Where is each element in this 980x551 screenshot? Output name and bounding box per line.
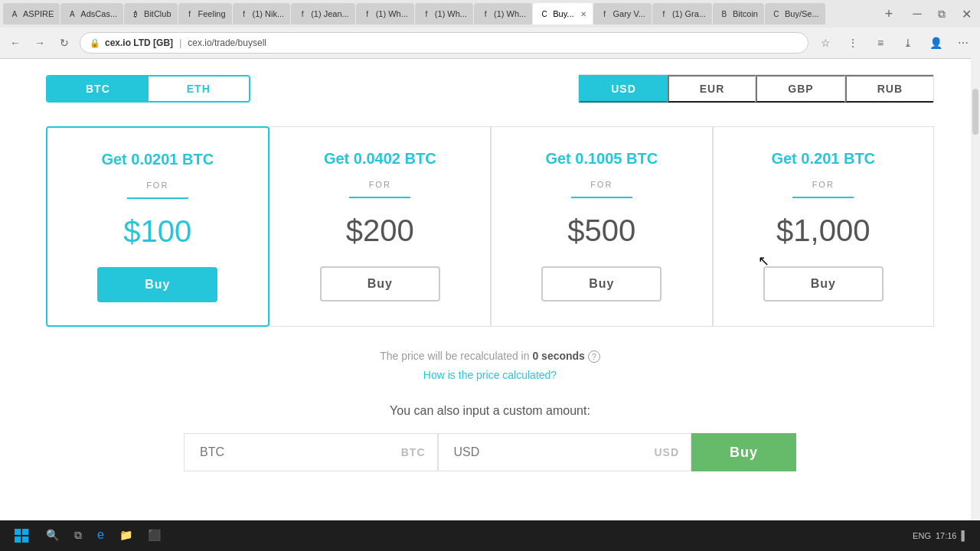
tab-favicon-garyv: f [599, 8, 610, 19]
help-icon[interactable]: ? [588, 350, 600, 363]
price-card-0: Get 0.0201 BTC FOR $100 Buy [46, 126, 270, 327]
fiat-tab-eur[interactable]: EUR [668, 75, 756, 103]
tab-buyse[interactable]: CBuy/Se... [765, 3, 825, 24]
buy-button-2[interactable]: Buy [541, 266, 662, 302]
card-divider-1 [349, 197, 410, 198]
taskbar-explorer-icon[interactable]: 📁 [113, 523, 139, 549]
menu-button[interactable]: ≡ [870, 32, 891, 54]
crypto-tab-btc[interactable]: BTC [47, 77, 149, 101]
btc-input[interactable] [184, 433, 438, 471]
recalc-seconds: 0 seconds [532, 350, 584, 362]
card-get-amount-2: Get 0.1005 BTC [507, 150, 697, 168]
custom-inputs: BTC USD Buy [184, 433, 796, 471]
more-button[interactable]: ⋯ [952, 32, 974, 54]
card-for-label-0: FOR [63, 181, 253, 190]
custom-section: You can also input a custom amount: BTC … [46, 404, 934, 471]
new-tab-button[interactable]: + [878, 3, 900, 24]
tab-label-aspire: ASPIRE [23, 9, 54, 18]
close-button[interactable]: ✕ [956, 3, 977, 24]
tab-favicon-bitcoin: B [719, 8, 730, 19]
tab-favicon-wh3: f [480, 8, 491, 19]
windows-logo-icon [14, 528, 29, 543]
tab-label-adscash: AdsCas... [80, 9, 117, 18]
tab-favicon-buy-btc: C [539, 8, 550, 19]
buy-button-1[interactable]: Buy [320, 266, 440, 302]
tab-feeling[interactable]: fFeeling [178, 3, 232, 24]
taskbar-eng: ENG [913, 531, 931, 540]
buy-button-0[interactable]: Buy [97, 267, 217, 302]
tab-label-wh1: (1) Wh... [376, 9, 408, 18]
tab-nik1[interactable]: f(1) Nik... [233, 3, 291, 24]
tab-adscash[interactable]: AAdsCas... [60, 3, 123, 24]
extensions-button[interactable]: ⋮ [842, 32, 864, 54]
fiat-tab-gbp[interactable]: GBP [756, 75, 844, 103]
address-bar-row: ← → ↻ 🔒 cex.io LTD [GB] | cex.io/trade/b… [0, 28, 980, 58]
crypto-tab-group: BTCETH [46, 75, 250, 103]
tab-label-gra1: (1) Gra... [672, 9, 706, 18]
user-button[interactable]: 👤 [925, 32, 946, 54]
card-divider-2 [571, 197, 632, 198]
tab-bar: AASPIREAAdsCas...₿BitClubfFeelingf(1) Ni… [0, 0, 980, 28]
taskbar-task-view[interactable]: ⧉ [68, 523, 88, 549]
back-button[interactable]: ← [6, 34, 24, 52]
card-price-3: $1,000 [729, 214, 919, 248]
reload-button[interactable]: ↻ [55, 34, 74, 52]
address-bar[interactable]: 🔒 cex.io LTD [GB] | cex.io/trade/buysell [80, 32, 808, 54]
how-link[interactable]: How is the price calculated? [423, 369, 557, 381]
tab-close-buy-btc[interactable]: ✕ [580, 10, 586, 18]
usd-label: USD [654, 446, 679, 458]
custom-label: You can also input a custom amount: [46, 404, 934, 418]
tab-label-wh2: (1) Wh... [435, 9, 467, 18]
card-for-label-2: FOR [507, 180, 697, 189]
tab-favicon-wh2: f [421, 8, 432, 19]
address-url: cex.io/trade/buysell [188, 37, 266, 48]
fiat-tab-usd[interactable]: USD [579, 75, 668, 103]
tab-bitclub[interactable]: ₿BitClub [124, 3, 177, 24]
tab-favicon-feeling: f [185, 8, 195, 19]
tab-aspire[interactable]: AASPIRE [3, 3, 60, 24]
tab-buy-btc[interactable]: CBuy...✕ [533, 3, 592, 24]
page-content: BTCETH USDEURGBPRUB Get 0.0201 BTC FOR $… [0, 59, 980, 551]
tab-label-nik1: (1) Nik... [253, 9, 285, 18]
card-divider-3 [792, 197, 854, 198]
tab-favicon-jean1: f [297, 8, 308, 19]
usd-input[interactable] [438, 433, 692, 471]
bookmark-button[interactable]: ☆ [815, 32, 836, 54]
taskbar-system-icons: ENG 17:16 ▌ [906, 530, 974, 541]
custom-buy-button[interactable]: Buy [691, 433, 796, 471]
restore-button[interactable]: ⧉ [931, 3, 952, 24]
tab-wh1[interactable]: f(1) Wh... [356, 3, 414, 24]
tab-wh3[interactable]: f(1) Wh... [474, 3, 532, 24]
tab-label-feeling: Feeling [198, 9, 226, 18]
tab-favicon-aspire: A [9, 8, 20, 19]
start-button[interactable] [6, 523, 37, 549]
tab-wh2[interactable]: f(1) Wh... [415, 3, 473, 24]
scrollbar-thumb[interactable] [972, 89, 978, 135]
downloads-button[interactable]: ⤓ [897, 32, 919, 54]
tab-garyv[interactable]: fGary V... [593, 3, 652, 24]
taskbar-search[interactable]: 🔍 [40, 523, 65, 549]
tab-label-jean1: (1) Jean... [311, 9, 349, 18]
taskbar-show-desktop[interactable]: ▌ [961, 530, 968, 541]
tab-gra1[interactable]: f(1) Gra... [652, 3, 712, 24]
usd-input-wrap: USD [438, 433, 692, 471]
tab-jean1[interactable]: f(1) Jean... [291, 3, 355, 24]
card-divider-0 [127, 197, 188, 199]
tab-favicon-buyse: C [771, 8, 782, 19]
scrollbar[interactable] [971, 58, 980, 520]
tab-label-bitclub: BitClub [144, 9, 171, 18]
minimize-button[interactable]: ─ [906, 3, 928, 24]
fiat-tab-rub[interactable]: RUB [845, 75, 933, 103]
tab-favicon-adscash: A [67, 8, 77, 19]
taskbar-ie-icon[interactable]: e [91, 523, 110, 549]
tab-label-bitcoin: Bitcoin [733, 9, 758, 18]
forward-button[interactable]: → [31, 34, 49, 52]
taskbar-app3[interactable]: ⬛ [142, 523, 167, 549]
recalculate-text: The price will be recalculated in 0 seco… [46, 350, 934, 363]
currency-section: BTCETH USDEURGBPRUB [46, 74, 934, 103]
lock-icon: 🔒 [90, 38, 100, 48]
address-protocol: cex.io LTD [GB] [105, 37, 173, 48]
buy-button-3[interactable]: Buy [763, 266, 884, 302]
crypto-tab-eth[interactable]: ETH [149, 77, 249, 101]
tab-bitcoin[interactable]: BBitcoin [713, 3, 764, 24]
